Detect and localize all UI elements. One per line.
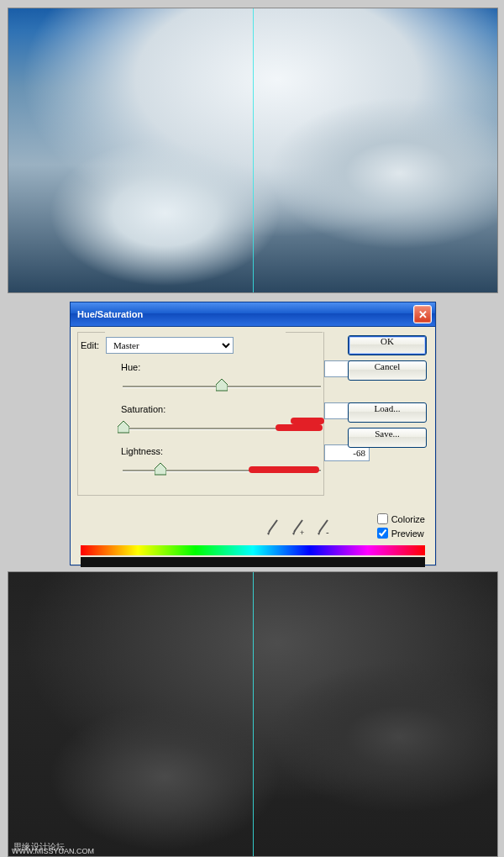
lightness-slider[interactable] <box>123 463 321 478</box>
close-icon: ✕ <box>418 308 428 321</box>
colorize-checkbox[interactable] <box>377 513 388 524</box>
preview-checkbox-row[interactable]: Preview <box>377 528 425 539</box>
saturation-slider-thumb[interactable] <box>118 421 129 434</box>
hue-label: Hue: <box>121 362 140 372</box>
load-button[interactable]: Load... <box>348 402 427 423</box>
ok-button[interactable]: OK <box>348 335 427 355</box>
lightness-label: Lightness: <box>121 446 163 456</box>
lightness-slider-thumb[interactable] <box>155 463 166 476</box>
vertical-guide <box>253 572 254 856</box>
output-spectrum-bar <box>81 557 425 567</box>
button-column: OK Cancel Load... Save... <box>348 335 427 448</box>
eyedropper-icon[interactable] <box>265 518 281 537</box>
eyedropper-group: + - <box>265 518 331 537</box>
dialog-body: Edit: Master Hue: Saturation: <box>71 327 435 565</box>
colorize-checkbox-row[interactable]: Colorize <box>377 513 425 524</box>
checkbox-group: Colorize Preview <box>377 513 425 539</box>
annotation-mark <box>249 466 319 473</box>
canvas-after: 思缘设计论坛 <box>8 571 498 857</box>
hue-spectrum-bar <box>81 545 425 555</box>
eyedropper-subtract-icon[interactable]: - <box>316 518 331 537</box>
edit-row: Edit: Master <box>81 337 234 354</box>
close-button[interactable]: ✕ <box>413 305 432 323</box>
canvas-before <box>8 8 498 293</box>
hue-slider[interactable] <box>123 379 321 394</box>
cancel-button[interactable]: Cancel <box>348 360 427 381</box>
vertical-guide <box>253 8 254 292</box>
preview-checkbox[interactable] <box>377 528 388 539</box>
watermark-url: WWW.MISSYUAN.COM <box>12 847 94 855</box>
svg-marker-0 <box>216 379 228 391</box>
saturation-label: Saturation: <box>121 404 165 414</box>
svg-marker-2 <box>155 463 166 475</box>
eyedropper-add-icon[interactable]: + <box>291 518 306 537</box>
edit-label: Edit: <box>81 340 99 350</box>
dialog-title: Hue/Saturation <box>77 309 143 319</box>
svg-text:-: - <box>326 527 329 537</box>
annotation-mark <box>276 424 323 431</box>
colorize-label: Colorize <box>391 514 425 524</box>
hue-saturation-dialog: Hue/Saturation ✕ Edit: Master Hue: Sa <box>70 302 436 565</box>
svg-marker-1 <box>118 421 129 433</box>
preview-label: Preview <box>391 528 424 539</box>
hue-slider-thumb[interactable] <box>216 379 228 392</box>
edit-dropdown[interactable]: Master <box>106 337 234 354</box>
svg-text:+: + <box>300 528 304 537</box>
svg-line-3 <box>269 520 277 532</box>
save-button[interactable]: Save... <box>348 428 427 448</box>
titlebar[interactable]: Hue/Saturation ✕ <box>71 302 435 327</box>
saturation-slider[interactable] <box>123 421 321 436</box>
